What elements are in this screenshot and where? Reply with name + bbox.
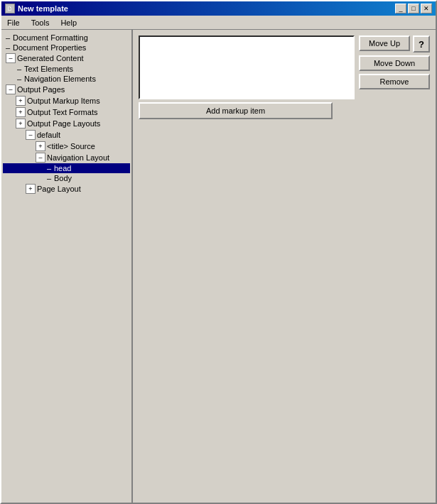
- sidebar-item-body[interactable]: – Body: [3, 173, 130, 183]
- sidebar-item-head[interactable]: – head: [3, 163, 130, 173]
- minimize-button[interactable]: _: [395, 4, 406, 13]
- sidebar-item-text-elements[interactable]: – Text Elements: [3, 64, 130, 74]
- markup-listbox[interactable]: [139, 35, 355, 99]
- right-top-area: Move Up ? Move Down Remove: [139, 35, 430, 99]
- expander-output-markup[interactable]: +: [16, 96, 26, 106]
- button-column: Move Up ? Move Down Remove: [359, 35, 430, 99]
- sidebar-item-output-text-formats[interactable]: + Output Text Formats: [3, 106, 130, 118]
- sidebar-item-default[interactable]: – default: [3, 129, 130, 141]
- sidebar-item-output-pages[interactable]: – Output Pages: [3, 84, 130, 95]
- main-area: – Document Formatting – Document Propert…: [1, 30, 436, 503]
- maximize-button[interactable]: □: [408, 4, 419, 13]
- add-markup-row: Add markup item: [139, 102, 430, 119]
- sidebar-item-generated-content[interactable]: – Generated Content: [3, 53, 130, 64]
- sidebar-item-output-markup-items[interactable]: + Output Markup Items: [3, 95, 130, 106]
- expander-output-page-layouts[interactable]: +: [16, 119, 26, 128]
- expander-page-layout[interactable]: +: [26, 184, 36, 194]
- sidebar-item-navigation-layout[interactable]: – Navigation Layout: [3, 152, 130, 163]
- sidebar-item-doc-formatting[interactable]: – Document Formatting: [3, 33, 130, 43]
- expander-default[interactable]: –: [26, 130, 36, 140]
- add-markup-button[interactable]: Add markup item: [139, 102, 333, 119]
- move-up-button[interactable]: Move Up: [359, 35, 410, 51]
- menu-tools[interactable]: Tools: [28, 18, 53, 28]
- title-buttons: _ □ ✕: [395, 4, 432, 13]
- tree-panel: – Document Formatting – Document Propert…: [1, 30, 133, 503]
- expander-navigation-layout[interactable]: –: [36, 153, 45, 163]
- sidebar-item-doc-properties[interactable]: – Document Properties: [3, 43, 130, 53]
- title-bar-left: 🗋 New template: [5, 4, 68, 13]
- window-icon: 🗋: [5, 4, 15, 13]
- help-button[interactable]: ?: [413, 35, 430, 53]
- sidebar-item-output-page-layouts[interactable]: + Output Page Layouts: [3, 118, 130, 129]
- sidebar-item-page-layout[interactable]: + Page Layout: [3, 183, 130, 195]
- move-down-button[interactable]: Move Down: [359, 55, 430, 71]
- title-bar: 🗋 New template _ □ ✕: [1, 1, 436, 16]
- expander-output-text[interactable]: +: [16, 107, 26, 117]
- menu-help[interactable]: Help: [58, 18, 80, 28]
- menu-bar: File Tools Help: [1, 16, 436, 30]
- close-button[interactable]: ✕: [421, 4, 432, 13]
- main-window: 🗋 New template _ □ ✕ File Tools Help – D…: [0, 0, 437, 504]
- window-title: New template: [18, 4, 68, 13]
- remove-button[interactable]: Remove: [359, 74, 430, 89]
- expander-generated-content[interactable]: –: [6, 53, 16, 63]
- right-panel: Move Up ? Move Down Remove Add markup it…: [133, 30, 436, 503]
- expander-title-source[interactable]: +: [36, 141, 45, 151]
- sidebar-item-title-source[interactable]: + <title> Source: [3, 141, 130, 152]
- expander-output-pages[interactable]: –: [6, 84, 16, 94]
- sidebar-item-navigation-elements[interactable]: – Navigation Elements: [3, 74, 130, 84]
- menu-file[interactable]: File: [4, 18, 23, 28]
